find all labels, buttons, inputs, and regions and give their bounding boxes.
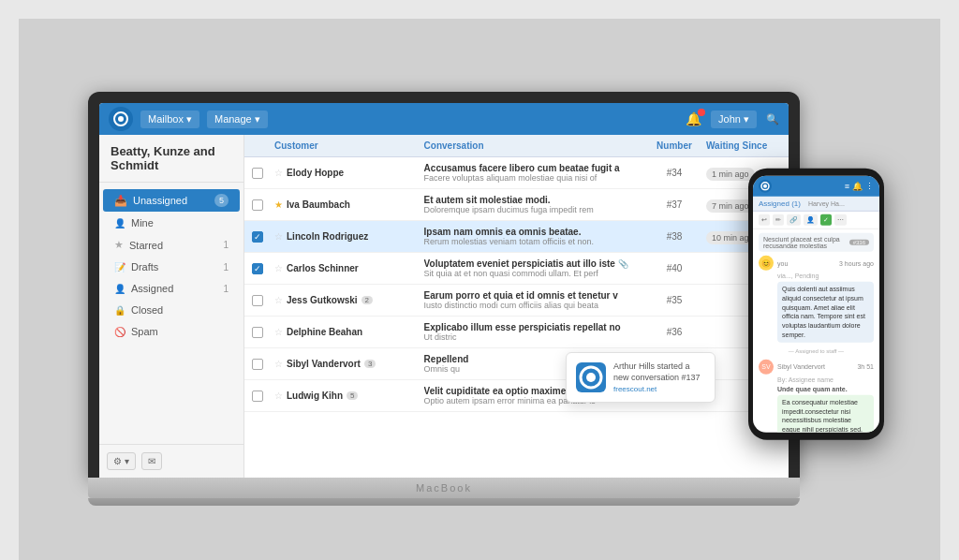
message-title: Ipsam nam omnis ea omnis beatae. (424, 227, 582, 237)
table-row[interactable]: ✓ ☆ Lincoln Rodriguez (244, 221, 789, 253)
phone-subbar: Assigned (1) Harvey Ha... (753, 197, 879, 212)
table-row[interactable]: ★ Iva Baumbach Et autem sit molestiae mo… (244, 189, 789, 221)
phone-link-icon[interactable]: 🔗 (787, 214, 801, 226)
conv-number: #35 (646, 295, 702, 305)
manage-menu-button[interactable]: Manage ▾ (207, 111, 268, 128)
conv-rows: ☆ Elody Hoppe Accusamus facere libero cu… (244, 157, 789, 478)
conv-number: #37 (646, 199, 702, 210)
star-indicator[interactable]: ☆ (274, 168, 283, 178)
sidebar-item-closed[interactable]: 🔒 Closed (103, 300, 240, 320)
customer-cell: ☆ Jess Gutkowski 2 (274, 295, 420, 305)
phone-menu-icon[interactable]: ≡ (845, 182, 849, 191)
row-checkbox[interactable]: ✓ (252, 263, 263, 274)
popup-text: Arthur Hills started a new conversation … (613, 361, 705, 394)
phone-bell-icon[interactable]: 🔔 (852, 182, 863, 191)
customer-count-badge: 3 (364, 360, 376, 368)
customer-name: Ludwig Kihn (287, 391, 343, 401)
user-menu-button[interactable]: John ▾ (711, 111, 757, 128)
agent-bubble: Ea consequatur molestiae impedit.consect… (777, 395, 874, 433)
drafts-icon: 📝 (114, 262, 125, 273)
sidebar-item-drafts[interactable]: 📝 Drafts 1 (103, 257, 240, 277)
phone-message-area: Nesciunt placeat est culpa recusandae mo… (753, 229, 879, 433)
phone-content: Assigned (1) Harvey Ha... ↩ ✏ 🔗 👤 ✓ ⋯ Ne… (753, 197, 879, 433)
star-indicator[interactable]: ☆ (274, 295, 283, 305)
phone-edit-icon[interactable]: ✏ (773, 214, 784, 226)
conversation-list: Customer Conversation Number Waiting Sin… (244, 135, 789, 478)
topnav: Mailbox ▾ Manage ▾ 🔔 John ▾ 🔍 (99, 103, 789, 135)
row-checkbox[interactable] (252, 295, 263, 306)
star-indicator[interactable]: ☆ (274, 327, 283, 337)
message-title: Accusamus facere libero cum beatae fugit… (424, 163, 620, 173)
customer-name: Sibyl Vandervort (287, 359, 361, 369)
row-checkbox[interactable] (252, 391, 263, 402)
laptop-base: MacBook (88, 478, 800, 498)
star-indicator[interactable]: ☆ (274, 391, 283, 401)
star-indicator[interactable]: ★ (274, 199, 283, 210)
customer-name: Jess Gutkowski (287, 295, 358, 305)
phone-more-options[interactable]: ⋯ (834, 214, 847, 226)
conv-waiting: 1 min ago (706, 168, 755, 181)
row-checkbox[interactable]: ✓ (252, 231, 263, 243)
header-customer: Customer (274, 140, 420, 151)
inbox-icon: 📥 (114, 195, 127, 207)
agent-label: Unde quae quam ante. (777, 386, 874, 392)
mailbox-menu-button[interactable]: Mailbox ▾ (140, 111, 199, 128)
phone-assigned-sub: Harvey Ha... (808, 200, 845, 207)
table-row[interactable]: ☆ Elody Hoppe Accusamus facere libero cu… (244, 157, 789, 189)
table-row[interactable]: ✓ ☆ Carlos Schinner (244, 253, 789, 285)
laptop: Mailbox ▾ Manage ▾ 🔔 John ▾ 🔍 (88, 92, 800, 506)
sidebar-item-assigned[interactable]: 👤 Assigned 1 (103, 278, 240, 299)
laptop-screen: Mailbox ▾ Manage ▾ 🔔 John ▾ 🔍 (99, 103, 789, 478)
you-avatar: 😊 (759, 256, 774, 271)
topnav-right: 🔔 John ▾ 🔍 (686, 111, 779, 128)
star-indicator[interactable]: ☆ (274, 231, 283, 242)
conv-list-header: Customer Conversation Number Waiting Sin… (244, 135, 789, 157)
settings-button[interactable]: ⚙ ▾ (107, 452, 136, 470)
phone-screen: ≡ 🔔 ⋮ Assigned (1) Harvey Ha... ↩ ✏ 🔗 👤 … (753, 176, 879, 433)
phone-more-icon[interactable]: ⋮ (865, 182, 874, 191)
message-preview: Facere voluptas aliquam molestiae quia n… (424, 173, 642, 183)
star-indicator[interactable]: ☆ (274, 263, 283, 273)
svg-point-1 (118, 116, 124, 122)
phone-logo (759, 180, 772, 193)
email-button[interactable]: ✉ (141, 452, 162, 470)
message-title: Et autem sit molestiae modi. (424, 195, 551, 205)
table-row[interactable]: ☆ Jess Gutkowski 2 Earum porro et quia e… (244, 285, 789, 317)
notifications-icon[interactable]: 🔔 (686, 111, 701, 126)
message-cell: Voluptatem eveniet perspiciatis aut illo… (424, 258, 642, 278)
sidebar: Beatty, Kunze and Schmidt 📥 Unassigned 5… (99, 135, 244, 478)
sidebar-item-spam[interactable]: 🚫 Spam (103, 321, 240, 342)
message-title: Earum porro et quia et id omnis et tenet… (424, 290, 642, 301)
sidebar-label-unassigned: Unassigned (133, 195, 187, 206)
agent-by: By: Assignee name (777, 376, 874, 383)
phone-reply-icon[interactable]: ↩ (759, 214, 770, 226)
sidebar-label-mine: Mine (131, 217, 154, 228)
row-checkbox[interactable] (252, 199, 263, 211)
sidebar-item-mine[interactable]: 👤 Mine (103, 213, 240, 233)
popup-domain: freescout.net (613, 384, 705, 394)
star-indicator[interactable]: ☆ (274, 359, 283, 369)
row-checkbox[interactable] (252, 168, 263, 179)
search-icon[interactable]: 🔍 (766, 113, 779, 125)
sidebar-item-starred[interactable]: ★ Starred 1 (103, 234, 240, 256)
customer-cell: ☆ Carlos Schinner (274, 263, 420, 273)
phone-user-icon[interactable]: 👤 (804, 214, 818, 226)
phone-topbar: ≡ 🔔 ⋮ (753, 176, 879, 197)
you-subtime: via..., Pending (777, 273, 874, 279)
starred-badge: 1 (223, 240, 229, 250)
phone-check-icon[interactable]: ✓ (820, 214, 832, 226)
closed-icon: 🔒 (114, 305, 125, 316)
mine-icon: 👤 (114, 218, 125, 228)
svg-point-6 (763, 184, 767, 188)
sidebar-item-unassigned[interactable]: 📥 Unassigned 5 (103, 189, 240, 212)
row-checkbox[interactable] (252, 327, 263, 338)
sidebar-label-closed: Closed (131, 304, 163, 316)
spam-icon: 🚫 (114, 327, 125, 337)
conv-number: #38 (646, 231, 702, 242)
customer-cell: ☆ Sibyl Vandervort 3 (274, 359, 420, 369)
drafts-badge: 1 (223, 262, 229, 273)
row-checkbox[interactable] (252, 359, 263, 370)
table-row[interactable]: ☆ Delphine Beahan Explicabo illum esse p… (244, 317, 789, 348)
message-cell: Accusamus facere libero cum beatae fugit… (424, 163, 642, 183)
system-msg-text: Nesciunt placeat est culpa recusandae mo… (763, 236, 849, 249)
